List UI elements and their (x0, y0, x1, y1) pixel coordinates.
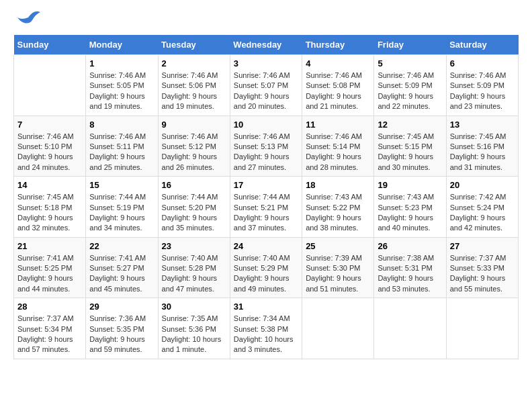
day-number: 8 (89, 120, 154, 130)
page-header (13, 13, 519, 28)
day-number: 23 (162, 241, 226, 251)
calendar-cell: 18Sunrise: 7:43 AMSunset: 5:22 PMDayligh… (302, 177, 374, 238)
calendar-cell: 8Sunrise: 7:46 AMSunset: 5:11 PMDaylight… (86, 116, 158, 177)
calendar-cell: 13Sunrise: 7:45 AMSunset: 5:16 PMDayligh… (446, 116, 518, 177)
calendar-cell: 15Sunrise: 7:44 AMSunset: 5:19 PMDayligh… (86, 177, 158, 238)
day-info: Sunrise: 7:37 AMSunset: 5:33 PMDaylight:… (450, 253, 515, 295)
day-info: Sunrise: 7:46 AMSunset: 5:11 PMDaylight:… (89, 132, 154, 173)
day-info: Sunrise: 7:44 AMSunset: 5:21 PMDaylight:… (234, 192, 298, 234)
calendar-cell: 3Sunrise: 7:46 AMSunset: 5:07 PMDaylight… (230, 55, 302, 116)
day-number: 30 (162, 302, 226, 312)
header-cell-saturday: Saturday (446, 35, 518, 55)
day-info: Sunrise: 7:46 AMSunset: 5:05 PMDaylight:… (89, 71, 154, 112)
logo (13, 13, 40, 28)
day-number: 31 (234, 302, 298, 312)
header-cell-monday: Monday (86, 35, 158, 55)
day-info: Sunrise: 7:38 AMSunset: 5:31 PMDaylight:… (378, 253, 442, 295)
calendar-week-1: 7Sunrise: 7:46 AMSunset: 5:10 PMDaylight… (14, 116, 519, 177)
day-info: Sunrise: 7:34 AMSunset: 5:38 PMDaylight:… (234, 314, 298, 355)
calendar-cell: 27Sunrise: 7:37 AMSunset: 5:33 PMDayligh… (446, 237, 518, 298)
header-cell-wednesday: Wednesday (230, 35, 302, 55)
calendar-cell: 25Sunrise: 7:39 AMSunset: 5:30 PMDayligh… (302, 237, 374, 298)
calendar-cell: 10Sunrise: 7:46 AMSunset: 5:13 PMDayligh… (230, 116, 302, 177)
day-number: 19 (378, 180, 442, 190)
day-info: Sunrise: 7:41 AMSunset: 5:27 PMDaylight:… (89, 253, 154, 295)
header-cell-tuesday: Tuesday (158, 35, 230, 55)
day-number: 29 (89, 302, 154, 312)
day-number: 20 (450, 180, 515, 190)
day-number: 22 (89, 241, 154, 251)
calendar-cell: 17Sunrise: 7:44 AMSunset: 5:21 PMDayligh… (230, 177, 302, 238)
day-info: Sunrise: 7:46 AMSunset: 5:07 PMDaylight:… (234, 71, 298, 112)
calendar-cell (14, 55, 86, 116)
day-number: 13 (450, 120, 515, 130)
day-info: Sunrise: 7:40 AMSunset: 5:29 PMDaylight:… (234, 253, 298, 295)
calendar-cell: 16Sunrise: 7:44 AMSunset: 5:20 PMDayligh… (158, 177, 230, 238)
day-info: Sunrise: 7:37 AMSunset: 5:34 PMDaylight:… (17, 314, 82, 355)
day-info: Sunrise: 7:43 AMSunset: 5:23 PMDaylight:… (378, 192, 442, 234)
header-cell-friday: Friday (374, 35, 446, 55)
day-number: 6 (450, 58, 515, 68)
day-info: Sunrise: 7:43 AMSunset: 5:22 PMDaylight:… (306, 192, 370, 234)
day-number: 10 (234, 120, 298, 130)
calendar-cell: 28Sunrise: 7:37 AMSunset: 5:34 PMDayligh… (14, 298, 86, 359)
day-number: 7 (17, 120, 82, 130)
calendar-cell: 30Sunrise: 7:35 AMSunset: 5:36 PMDayligh… (158, 298, 230, 359)
calendar-cell: 1Sunrise: 7:46 AMSunset: 5:05 PMDaylight… (86, 55, 158, 116)
calendar-week-4: 28Sunrise: 7:37 AMSunset: 5:34 PMDayligh… (14, 298, 519, 359)
calendar-cell: 7Sunrise: 7:46 AMSunset: 5:10 PMDaylight… (14, 116, 86, 177)
calendar-cell: 20Sunrise: 7:42 AMSunset: 5:24 PMDayligh… (446, 177, 518, 238)
day-number: 16 (162, 180, 226, 190)
day-number: 14 (17, 180, 82, 190)
calendar-cell: 22Sunrise: 7:41 AMSunset: 5:27 PMDayligh… (86, 237, 158, 298)
calendar-cell (446, 298, 518, 359)
day-info: Sunrise: 7:46 AMSunset: 5:09 PMDaylight:… (450, 71, 515, 112)
day-number: 27 (450, 241, 515, 251)
day-info: Sunrise: 7:44 AMSunset: 5:19 PMDaylight:… (89, 192, 154, 234)
calendar-cell: 26Sunrise: 7:38 AMSunset: 5:31 PMDayligh… (374, 237, 446, 298)
day-info: Sunrise: 7:39 AMSunset: 5:30 PMDaylight:… (306, 253, 370, 295)
day-info: Sunrise: 7:46 AMSunset: 5:08 PMDaylight:… (306, 71, 370, 112)
day-info: Sunrise: 7:40 AMSunset: 5:28 PMDaylight:… (162, 253, 226, 295)
day-number: 2 (162, 58, 226, 68)
day-number: 24 (234, 241, 298, 251)
calendar-cell: 5Sunrise: 7:46 AMSunset: 5:09 PMDaylight… (374, 55, 446, 116)
day-number: 5 (378, 58, 442, 68)
header-row: SundayMondayTuesdayWednesdayThursdayFrid… (14, 35, 519, 55)
day-number: 26 (378, 241, 442, 251)
logo-bird-icon (15, 8, 40, 27)
calendar-cell: 11Sunrise: 7:46 AMSunset: 5:14 PMDayligh… (302, 116, 374, 177)
calendar-cell (302, 298, 374, 359)
calendar-week-3: 21Sunrise: 7:41 AMSunset: 5:25 PMDayligh… (14, 237, 519, 298)
day-number: 15 (89, 180, 154, 190)
calendar-week-2: 14Sunrise: 7:45 AMSunset: 5:18 PMDayligh… (14, 177, 519, 238)
day-info: Sunrise: 7:41 AMSunset: 5:25 PMDaylight:… (17, 253, 82, 295)
calendar-table: SundayMondayTuesdayWednesdayThursdayFrid… (13, 35, 519, 359)
day-info: Sunrise: 7:42 AMSunset: 5:24 PMDaylight:… (450, 192, 515, 234)
day-number: 4 (306, 58, 370, 68)
day-number: 21 (17, 241, 82, 251)
calendar-cell: 6Sunrise: 7:46 AMSunset: 5:09 PMDaylight… (446, 55, 518, 116)
calendar-cell: 29Sunrise: 7:36 AMSunset: 5:35 PMDayligh… (86, 298, 158, 359)
day-number: 17 (234, 180, 298, 190)
calendar-cell: 14Sunrise: 7:45 AMSunset: 5:18 PMDayligh… (14, 177, 86, 238)
calendar-cell: 2Sunrise: 7:46 AMSunset: 5:06 PMDaylight… (158, 55, 230, 116)
calendar-cell: 24Sunrise: 7:40 AMSunset: 5:29 PMDayligh… (230, 237, 302, 298)
calendar-cell: 19Sunrise: 7:43 AMSunset: 5:23 PMDayligh… (374, 177, 446, 238)
calendar-cell: 9Sunrise: 7:46 AMSunset: 5:12 PMDaylight… (158, 116, 230, 177)
day-number: 1 (89, 58, 154, 68)
day-info: Sunrise: 7:46 AMSunset: 5:09 PMDaylight:… (378, 71, 442, 112)
day-number: 9 (162, 120, 226, 130)
day-info: Sunrise: 7:44 AMSunset: 5:20 PMDaylight:… (162, 192, 226, 234)
calendar-week-0: 1Sunrise: 7:46 AMSunset: 5:05 PMDaylight… (14, 55, 519, 116)
calendar-cell: 4Sunrise: 7:46 AMSunset: 5:08 PMDaylight… (302, 55, 374, 116)
day-info: Sunrise: 7:45 AMSunset: 5:18 PMDaylight:… (17, 192, 82, 234)
day-info: Sunrise: 7:46 AMSunset: 5:10 PMDaylight:… (17, 132, 82, 173)
day-info: Sunrise: 7:46 AMSunset: 5:13 PMDaylight:… (234, 132, 298, 173)
day-number: 28 (17, 302, 82, 312)
calendar-cell (374, 298, 446, 359)
day-number: 11 (306, 120, 370, 130)
day-info: Sunrise: 7:45 AMSunset: 5:15 PMDaylight:… (378, 132, 442, 173)
day-number: 3 (234, 58, 298, 68)
day-info: Sunrise: 7:46 AMSunset: 5:14 PMDaylight:… (306, 132, 370, 173)
